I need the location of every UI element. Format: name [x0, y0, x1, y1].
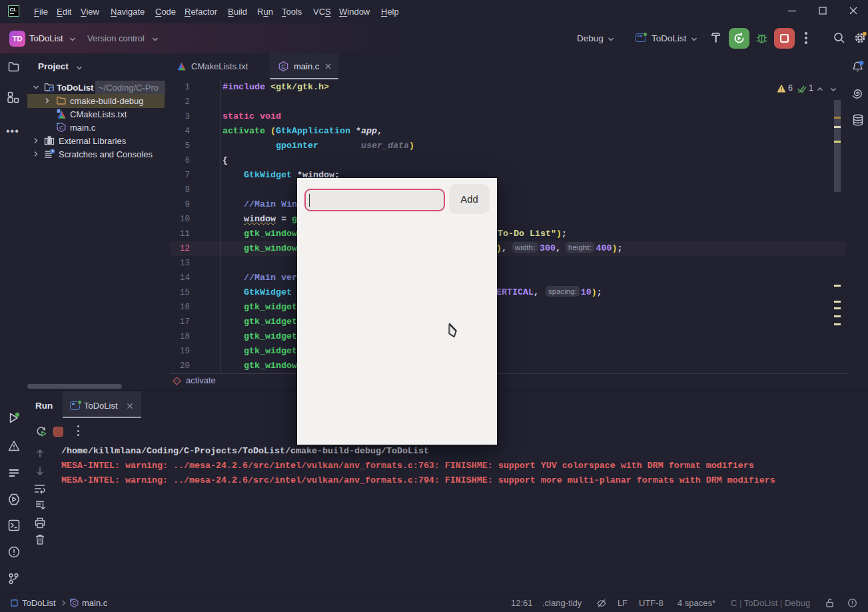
svg-text:C: C — [281, 63, 286, 70]
svg-text:C: C — [73, 600, 77, 606]
